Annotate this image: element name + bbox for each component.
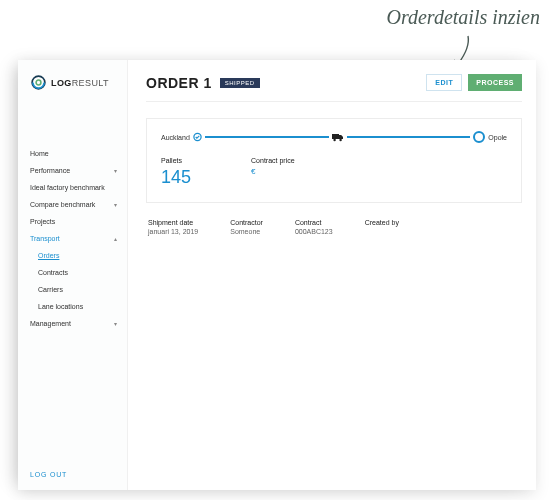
route-progress: Auckland Opole <box>161 131 507 143</box>
chevron-down-icon: ▾ <box>114 320 117 327</box>
logo: LOGRESULT <box>18 72 127 105</box>
route-to: Opole <box>488 134 507 141</box>
metric-pallets: Pallets 145 <box>161 157 191 188</box>
page-title: ORDER 1 <box>146 75 212 91</box>
metric-value: € <box>251 167 295 176</box>
logo-icon <box>30 74 47 91</box>
metric-value: 145 <box>161 167 191 188</box>
svg-rect-3 <box>332 134 339 139</box>
app-window: LOGRESULT Home Performance ▾ Ideal facto… <box>18 60 536 490</box>
sidebar-item-contracts[interactable]: Contracts <box>18 264 127 281</box>
logout-link[interactable]: LOG OUT <box>30 471 67 478</box>
sidebar-item-transport[interactable]: Transport ▴ <box>18 230 127 247</box>
svg-point-1 <box>36 80 41 85</box>
svg-point-5 <box>339 138 341 140</box>
status-badge: SHIPPED <box>220 78 260 88</box>
meta-shipment-date: Shipment date januari 13, 2019 <box>148 219 198 235</box>
route-end-dot-icon <box>473 131 485 143</box>
header-actions: EDIT PROCESS <box>426 74 522 91</box>
chevron-down-icon: ▾ <box>114 167 117 174</box>
meta-contractor: Contractor Someone <box>230 219 263 235</box>
chevron-up-icon: ▴ <box>114 235 117 242</box>
logo-text: LOGRESULT <box>51 78 109 88</box>
meta-contract: Contract 000ABC123 <box>295 219 333 235</box>
sidebar-item-orders[interactable]: Orders <box>18 247 127 264</box>
edit-button[interactable]: EDIT <box>426 74 462 91</box>
sidebar-item-compare-benchmark[interactable]: Compare benchmark ▾ <box>18 196 127 213</box>
metric-label: Pallets <box>161 157 191 164</box>
truck-icon <box>332 133 344 142</box>
check-circle-icon <box>193 133 202 142</box>
order-meta: Shipment date januari 13, 2019 Contracto… <box>146 213 522 241</box>
route-from: Auckland <box>161 134 190 141</box>
main-content: ORDER 1 SHIPPED EDIT PROCESS Auckland <box>128 60 536 490</box>
chevron-down-icon: ▾ <box>114 201 117 208</box>
sidebar-item-home[interactable]: Home <box>18 145 127 162</box>
nav: Home Performance ▾ Ideal factory benchma… <box>18 105 127 332</box>
sidebar-item-projects[interactable]: Projects <box>18 213 127 230</box>
handwritten-annotation: Orderdetails inzien <box>386 6 540 29</box>
metric-label: Contract price <box>251 157 295 164</box>
process-button[interactable]: PROCESS <box>468 74 522 91</box>
sidebar-item-performance[interactable]: Performance ▾ <box>18 162 127 179</box>
svg-point-4 <box>333 138 335 140</box>
order-card: Auckland Opole Pallets 145 Contract <box>146 118 522 203</box>
sidebar: LOGRESULT Home Performance ▾ Ideal facto… <box>18 60 128 490</box>
meta-created-by: Created by <box>365 219 399 235</box>
sidebar-item-ideal-factory[interactable]: Ideal factory benchmark <box>18 179 127 196</box>
sidebar-item-management[interactable]: Management ▾ <box>18 315 127 332</box>
metric-contract-price: Contract price € <box>251 157 295 188</box>
metrics: Pallets 145 Contract price € <box>161 157 507 188</box>
sidebar-item-carriers[interactable]: Carriers <box>18 281 127 298</box>
page-header: ORDER 1 SHIPPED EDIT PROCESS <box>146 74 522 102</box>
sidebar-item-lane-locations[interactable]: Lane locations <box>18 298 127 315</box>
